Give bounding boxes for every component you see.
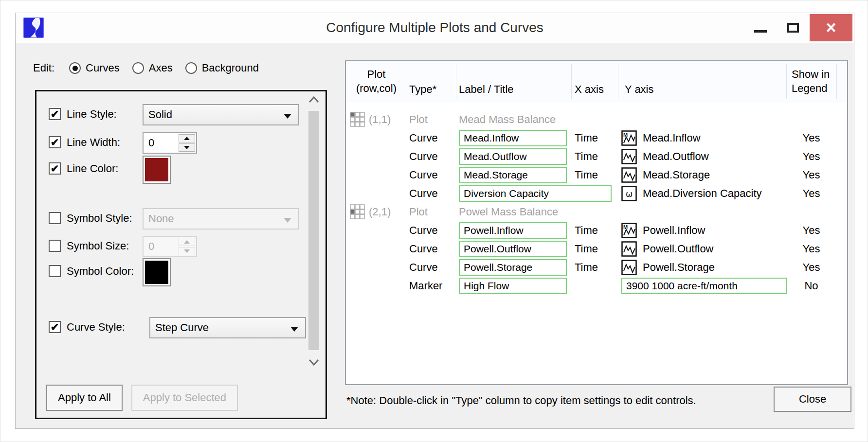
- plot-grid-icon: [349, 204, 366, 223]
- series-slot-icon: [621, 241, 637, 257]
- marker-value-field[interactable]: 3900 1000 acre-ft/month: [621, 278, 787, 294]
- label-title-field[interactable]: Mead.Inflow: [459, 130, 567, 146]
- type-cell[interactable]: Curve: [409, 243, 438, 255]
- x-axis-cell: Time: [575, 150, 598, 163]
- table-row[interactable]: CurvePowell.OutflowTimePowell.OutflowYes: [346, 240, 847, 259]
- line-width-checkbox[interactable]: ✔: [49, 136, 61, 148]
- edit-radio-curves[interactable]: Curves: [69, 62, 120, 74]
- x-axis-cell: Time: [575, 261, 598, 274]
- symbol-style-value: None: [148, 212, 174, 225]
- y-axis-cell: Powell.Storage: [643, 261, 715, 274]
- col-plot-rowcol: Plot (row,col): [346, 67, 407, 95]
- table-row[interactable]: CurveMead.StorageTimeMead.StorageYes: [346, 166, 847, 185]
- series-slot-icon: [621, 167, 637, 183]
- scroll-down-icon[interactable]: [308, 358, 320, 367]
- label-title-field[interactable]: Powell.Outflow: [459, 241, 567, 257]
- edit-mode-row: Edit: CurvesAxesBackground: [33, 62, 259, 74]
- type-cell[interactable]: Curve: [409, 132, 438, 144]
- col-y-axis: Y axis: [625, 83, 654, 96]
- edit-radio-axes[interactable]: Axes: [132, 62, 173, 74]
- show-in-legend-cell[interactable]: Yes: [786, 150, 836, 163]
- col-label-title: Label / Title: [459, 83, 514, 96]
- table-row[interactable]: CurveMead.OutflowTimeMead.OutflowYes: [346, 148, 847, 166]
- scalar-slot-icon: ω: [621, 186, 637, 201]
- label-title-field[interactable]: Powell.Inflow: [459, 222, 567, 239]
- type-cell[interactable]: Curve: [409, 150, 438, 163]
- curve-style-dropdown[interactable]: Step Curve: [149, 317, 306, 338]
- show-in-legend-cell[interactable]: Yes: [786, 169, 836, 181]
- type-cell[interactable]: Curve: [409, 224, 438, 237]
- svg-text:M: M: [623, 224, 628, 230]
- show-in-legend-cell[interactable]: Yes: [786, 224, 836, 237]
- multi-slot-icon: M: [621, 223, 637, 238]
- table-row[interactable]: CurveDiversion CapacityωMead.Diversion C…: [346, 185, 847, 203]
- y-axis-cell: Powell.Outflow: [643, 243, 714, 255]
- maximize-button[interactable]: [780, 14, 806, 41]
- symbol-size-checkbox[interactable]: [49, 240, 61, 252]
- table-row[interactable]: CurvePowell.StorageTimePowell.StorageYes: [346, 259, 847, 277]
- type-cell[interactable]: Plot: [409, 113, 428, 126]
- table-row[interactable]: CurvePowell.InflowTimeMPowell.InflowYes: [346, 222, 847, 240]
- chevron-down-icon: [284, 218, 291, 223]
- control-row-symbol-color: Symbol Color:: [36, 260, 326, 287]
- line-style-checkbox[interactable]: ✔: [49, 108, 61, 120]
- symbol-color-checkbox[interactable]: [49, 265, 61, 277]
- apply-buttons: Apply to All Apply to Selected: [46, 385, 238, 411]
- line-style-dropdown[interactable]: Solid: [143, 104, 299, 125]
- type-cell[interactable]: Curve: [409, 169, 438, 181]
- close-window-button[interactable]: ×: [810, 14, 852, 41]
- x-axis-cell: Time: [575, 243, 598, 255]
- show-in-legend-cell[interactable]: Yes: [786, 243, 836, 255]
- type-cell[interactable]: Curve: [409, 261, 438, 274]
- close-dialog-button[interactable]: Close: [774, 387, 851, 412]
- show-in-legend-cell[interactable]: Yes: [786, 132, 836, 144]
- controls-scrollbar[interactable]: [305, 95, 323, 368]
- scrollbar-thumb[interactable]: [308, 111, 319, 350]
- symbol-color-swatch[interactable]: [143, 258, 171, 286]
- y-axis-cell: Mead.Outflow: [643, 150, 709, 163]
- control-row-line-color: ✔Line Color:: [36, 158, 326, 185]
- control-row-symbol-size: Symbol Size:0: [36, 235, 326, 262]
- label-title-field[interactable]: Diversion Capacity: [459, 185, 612, 202]
- col-show-in-legend: Show in Legend: [792, 67, 838, 95]
- table-row[interactable]: (1,1)PlotMead Mass Balance: [346, 111, 847, 129]
- radio-label: Axes: [149, 62, 173, 74]
- control-row-line-style: ✔Line Style:Solid: [36, 103, 326, 130]
- apply-to-all-button[interactable]: Apply to All: [46, 385, 123, 411]
- label-title-field[interactable]: Mead.Outflow: [459, 148, 567, 165]
- col-type: Type*: [409, 83, 436, 96]
- type-cell[interactable]: Plot: [409, 206, 428, 218]
- label-title-field[interactable]: Mead.Storage: [459, 167, 567, 183]
- spinner-up-icon[interactable]: [179, 134, 195, 142]
- minimize-button[interactable]: [748, 14, 773, 41]
- show-in-legend-cell[interactable]: Yes: [786, 187, 836, 200]
- type-cell[interactable]: Curve: [409, 187, 438, 200]
- show-in-legend-cell[interactable]: Yes: [786, 261, 836, 274]
- line-color-checkbox[interactable]: ✔: [49, 162, 61, 175]
- plot-rowcol-cell: (2,1): [369, 206, 391, 218]
- scroll-up-icon[interactable]: [308, 95, 320, 104]
- type-cell[interactable]: Marker: [409, 280, 442, 292]
- symbol-style-dropdown: None: [143, 208, 299, 230]
- label-title-field[interactable]: High Flow: [459, 278, 567, 294]
- maximize-icon: [787, 23, 799, 33]
- symbol-color-label: Symbol Color:: [67, 265, 134, 278]
- symbol-style-checkbox[interactable]: [49, 212, 61, 224]
- label-title-field[interactable]: Powell.Storage: [459, 259, 567, 276]
- symbol-size-value: 0: [148, 240, 154, 253]
- table-row[interactable]: MarkerHigh Flow3900 1000 acre-ft/monthNo: [346, 277, 847, 296]
- edit-radio-background[interactable]: Background: [185, 62, 259, 74]
- symbol-size-spinbox: 0: [143, 236, 197, 257]
- spinner-down-icon[interactable]: [179, 143, 195, 152]
- line-width-spinbox[interactable]: 0: [143, 132, 197, 154]
- curve-style-checkbox[interactable]: ✔: [49, 321, 61, 333]
- x-axis-cell: Time: [575, 132, 598, 144]
- y-axis-cell: Powell.Inflow: [643, 224, 705, 237]
- line-color-swatch[interactable]: [143, 156, 171, 184]
- line-style-value: Solid: [148, 108, 172, 121]
- show-in-legend-cell[interactable]: No: [786, 280, 836, 292]
- table-row[interactable]: CurveMead.InflowTimeMMead.InflowYes: [346, 129, 847, 148]
- radio-label: Curves: [86, 62, 120, 74]
- symbol-size-label: Symbol Size:: [67, 240, 129, 252]
- table-row[interactable]: (2,1)PlotPowel Mass Balance: [346, 203, 847, 222]
